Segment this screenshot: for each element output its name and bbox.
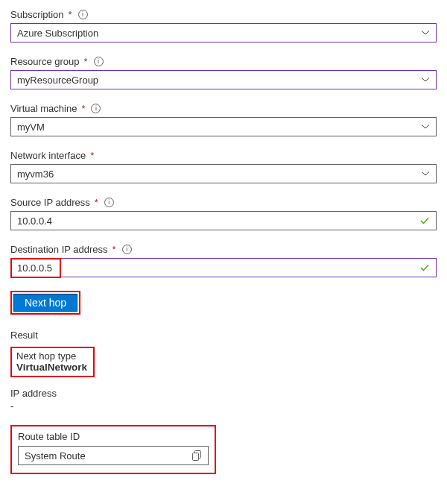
route-table-input[interactable]: System Route <box>18 446 209 465</box>
required-asterisk: * <box>95 197 98 208</box>
virtual-machine-label: Virtual machine * i <box>10 103 437 114</box>
destination-ip-input[interactable]: 10.0.0.5 <box>10 258 437 277</box>
field-virtual-machine: Virtual machine * i myVM <box>10 103 437 136</box>
network-interface-select[interactable]: myvm36 <box>10 164 437 183</box>
subscription-label-text: Subscription <box>10 9 64 20</box>
ip-address-section: IP address - <box>10 388 437 412</box>
network-interface-label-text: Network interface <box>10 150 86 161</box>
required-asterisk: * <box>112 244 116 255</box>
info-icon[interactable]: i <box>78 10 88 19</box>
field-source-ip: Source IP address * i 10.0.0.4 <box>10 197 437 230</box>
source-ip-label: Source IP address * i <box>10 197 437 208</box>
resource-group-label: Resource group * i <box>10 56 437 67</box>
required-asterisk: * <box>84 56 88 67</box>
subscription-value: Azure Subscription <box>17 28 98 39</box>
field-subscription: Subscription * i Azure Subscription <box>10 9 437 42</box>
route-table-label: Route table ID <box>18 431 209 442</box>
network-interface-value: myvm36 <box>17 168 54 180</box>
field-destination-ip: Destination IP address * i 10.0.0.5 <box>10 244 437 277</box>
source-ip-value: 10.0.0.4 <box>17 215 52 227</box>
subscription-select[interactable]: Azure Subscription <box>10 23 437 42</box>
destination-ip-value: 10.0.0.5 <box>17 262 52 274</box>
resource-group-select[interactable]: myResourceGroup <box>10 70 437 89</box>
svg-rect-1 <box>193 453 199 461</box>
info-icon[interactable]: i <box>94 57 104 66</box>
field-resource-group: Resource group * i myResourceGroup <box>10 56 437 89</box>
next-hop-type-highlight: Next hop type VirtualNetwork <box>10 347 95 377</box>
info-icon[interactable]: i <box>91 104 101 113</box>
virtual-machine-label-text: Virtual machine <box>10 103 77 114</box>
chevron-down-icon <box>421 28 430 37</box>
resource-group-value: myResourceGroup <box>17 75 98 86</box>
destination-ip-label-text: Destination IP address <box>10 244 108 255</box>
required-asterisk: * <box>81 103 85 114</box>
resource-group-label-text: Resource group <box>10 56 80 67</box>
virtual-machine-select[interactable]: myVM <box>10 117 437 136</box>
next-hop-button[interactable]: Next hop <box>13 294 77 312</box>
network-interface-label: Network interface * <box>10 150 437 161</box>
next-hop-type-label: Next hop type <box>16 350 87 362</box>
route-table-highlight: Route table ID System Route <box>10 425 216 474</box>
ip-address-label: IP address <box>10 388 437 399</box>
destination-ip-label: Destination IP address * i <box>10 244 437 255</box>
subscription-label: Subscription * i <box>10 9 437 20</box>
check-icon <box>419 215 430 226</box>
chevron-down-icon <box>421 122 430 131</box>
ip-address-value: - <box>10 400 437 412</box>
copy-icon[interactable] <box>192 450 202 461</box>
check-icon <box>419 262 430 273</box>
required-asterisk: * <box>69 9 72 20</box>
required-asterisk: * <box>90 150 94 161</box>
next-hop-button-highlight: Next hop <box>10 291 80 315</box>
destination-ip-row: 10.0.0.5 <box>10 258 437 277</box>
field-network-interface: Network interface * myvm36 <box>10 150 437 183</box>
next-hop-type-value: VirtualNetwork <box>16 362 87 373</box>
virtual-machine-value: myVM <box>17 122 45 133</box>
result-heading: Result <box>10 330 437 341</box>
chevron-down-icon <box>421 75 430 84</box>
chevron-down-icon <box>421 169 430 178</box>
source-ip-input[interactable]: 10.0.0.4 <box>10 211 437 230</box>
route-table-value: System Route <box>25 450 86 462</box>
info-icon[interactable]: i <box>104 198 114 207</box>
info-icon[interactable]: i <box>122 245 132 254</box>
source-ip-label-text: Source IP address <box>10 197 90 208</box>
